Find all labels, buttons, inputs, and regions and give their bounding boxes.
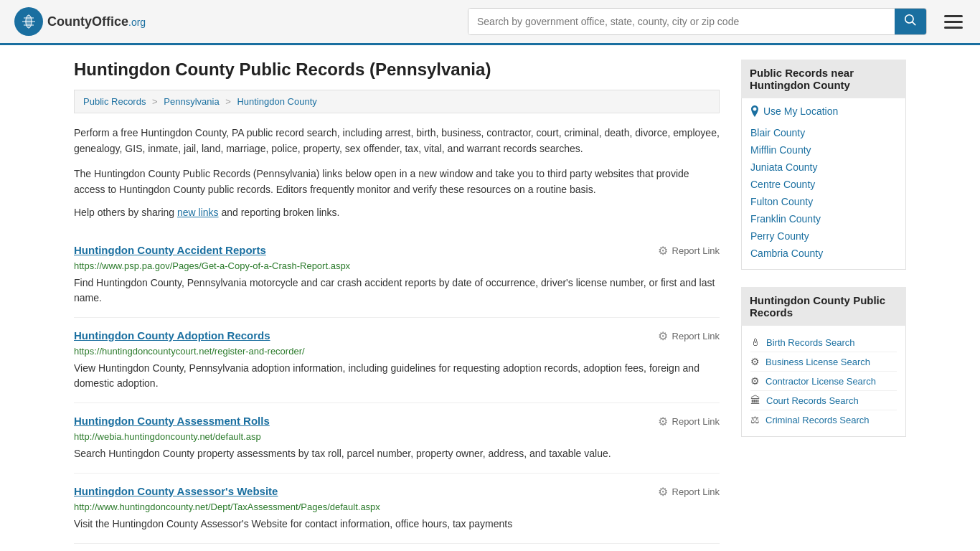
record-link-icon: 🏛 bbox=[750, 395, 760, 406]
logo-text: CountyOffice.org bbox=[47, 14, 146, 29]
main-container: Huntingdon County Public Records (Pennsy… bbox=[60, 45, 920, 551]
nearby-content: Use My Location Blair CountyMifflin Coun… bbox=[741, 98, 906, 270]
report-icon: ⚙ bbox=[658, 485, 668, 499]
record-title[interactable]: Huntingdon County Accident Reports bbox=[74, 244, 266, 256]
new-links-link[interactable]: new links bbox=[177, 207, 219, 218]
county-link[interactable]: Blair County bbox=[750, 127, 805, 138]
record-link[interactable]: Criminal Records Search bbox=[765, 415, 870, 425]
record-desc: Visit the Huntingdon County Assessor's W… bbox=[74, 517, 720, 532]
breadcrumb: Public Records > Pennsylvania > Huntingd… bbox=[74, 90, 720, 113]
records-list: Huntingdon County Accident Reports ⚙ Rep… bbox=[74, 232, 720, 544]
record-item: Huntingdon County Adoption Records ⚙ Rep… bbox=[74, 318, 720, 403]
record-link[interactable]: Contractor License Search bbox=[765, 376, 876, 387]
breadcrumb-pennsylvania[interactable]: Pennsylvania bbox=[164, 96, 219, 107]
report-link-button[interactable]: ⚙ Report Link bbox=[658, 244, 720, 258]
sidebar-county-item: Fulton County bbox=[750, 193, 897, 210]
sidebar-record-item: ⚙ Business License Search bbox=[750, 352, 897, 372]
county-list: Blair CountyMifflin CountyJuniata County… bbox=[750, 124, 897, 262]
sidebar-county-item: Franklin County bbox=[750, 210, 897, 227]
record-link[interactable]: Court Records Search bbox=[766, 395, 859, 406]
logo-icon bbox=[14, 7, 43, 36]
nearby-section: Public Records near Huntingdon County Us… bbox=[741, 60, 906, 270]
nearby-title: Public Records near Huntingdon County bbox=[741, 60, 906, 98]
county-link[interactable]: Juniata County bbox=[750, 161, 817, 173]
report-link-button[interactable]: ⚙ Report Link bbox=[658, 329, 720, 343]
logo-link[interactable]: CountyOffice.org bbox=[14, 7, 146, 36]
records-section: Huntingdon County Public Records 🕯 Birth… bbox=[741, 287, 906, 437]
sidebar-record-item: ⚖ Criminal Records Search bbox=[750, 410, 897, 429]
record-link[interactable]: Birth Records Search bbox=[766, 337, 855, 348]
record-link-icon: 🕯 bbox=[750, 336, 760, 348]
record-title[interactable]: Huntingdon County Assessment Rolls bbox=[74, 415, 270, 427]
record-item: Huntingdon County Assessment Rolls ⚙ Rep… bbox=[74, 403, 720, 474]
report-link-button[interactable]: ⚙ Report Link bbox=[658, 485, 720, 499]
records-links-list: 🕯 Birth Records Search ⚙ Business Licens… bbox=[750, 333, 897, 429]
sidebar-county-item: Blair County bbox=[750, 124, 897, 141]
record-desc: Find Huntingdon County, Pennsylvania mot… bbox=[74, 276, 720, 306]
sidebar-county-item: Centre County bbox=[750, 176, 897, 193]
record-desc: Search Huntingdon County property assess… bbox=[74, 446, 720, 461]
help-text: Help others by sharing new links and rep… bbox=[74, 207, 720, 218]
record-url[interactable]: http://webia.huntingdoncounty.net/defaul… bbox=[74, 431, 720, 442]
report-link-label: Report Link bbox=[672, 486, 720, 497]
record-title[interactable]: Huntingdon County Adoption Records bbox=[74, 329, 270, 342]
page-title: Huntingdon County Public Records (Pennsy… bbox=[74, 60, 720, 80]
description-2: The Huntingdon County Public Records (Pe… bbox=[74, 166, 720, 198]
record-link-icon: ⚙ bbox=[750, 375, 760, 387]
report-icon: ⚙ bbox=[658, 329, 668, 343]
breadcrumb-huntingdon[interactable]: Huntingdon County bbox=[237, 96, 316, 107]
use-my-location-button[interactable]: Use My Location bbox=[750, 105, 838, 117]
sidebar-record-item: ⚙ Contractor License Search bbox=[750, 372, 897, 391]
use-my-location-label: Use My Location bbox=[763, 105, 838, 117]
content-area: Huntingdon County Public Records (Pennsy… bbox=[74, 60, 720, 544]
record-title[interactable]: Huntingdon County Assessor's Website bbox=[74, 485, 278, 497]
sidebar: Public Records near Huntingdon County Us… bbox=[741, 60, 906, 544]
site-header: CountyOffice.org bbox=[0, 0, 980, 45]
sidebar-record-item: 🕯 Birth Records Search bbox=[750, 333, 897, 352]
records-sidebar-content: 🕯 Birth Records Search ⚙ Business Licens… bbox=[741, 326, 906, 437]
record-link[interactable]: Business License Search bbox=[765, 357, 870, 367]
description-1: Perform a free Huntingdon County, PA pub… bbox=[74, 125, 720, 157]
sidebar-county-item: Perry County bbox=[750, 227, 897, 245]
search-form bbox=[468, 8, 927, 35]
sidebar-county-item: Mifflin County bbox=[750, 141, 897, 159]
breadcrumb-public-records[interactable]: Public Records bbox=[83, 96, 146, 107]
county-link[interactable]: Cambria County bbox=[750, 248, 823, 259]
county-link[interactable]: Centre County bbox=[750, 179, 815, 190]
sidebar-county-item: Juniata County bbox=[750, 159, 897, 176]
report-link-label: Report Link bbox=[672, 331, 720, 342]
record-url[interactable]: http://www.huntingdoncounty.net/Dept/Tax… bbox=[74, 501, 720, 512]
sidebar-record-item: 🏛 Court Records Search bbox=[750, 391, 897, 410]
report-icon: ⚙ bbox=[658, 244, 668, 258]
record-url[interactable]: https://www.psp.pa.gov/Pages/Get-a-Copy-… bbox=[74, 260, 720, 271]
county-link[interactable]: Fulton County bbox=[750, 196, 813, 207]
search-button[interactable] bbox=[895, 9, 926, 34]
sidebar-county-item: Cambria County bbox=[750, 245, 897, 262]
breadcrumb-sep2: > bbox=[225, 96, 233, 107]
county-link[interactable]: Mifflin County bbox=[750, 144, 811, 156]
report-icon: ⚙ bbox=[658, 415, 668, 428]
search-input[interactable] bbox=[468, 9, 895, 34]
record-link-icon: ⚙ bbox=[750, 356, 760, 367]
report-link-label: Report Link bbox=[672, 416, 720, 427]
report-link-label: Report Link bbox=[672, 245, 720, 256]
county-link[interactable]: Perry County bbox=[750, 230, 809, 242]
records-sidebar-title: Huntingdon County Public Records bbox=[741, 287, 906, 326]
report-link-button[interactable]: ⚙ Report Link bbox=[658, 415, 720, 428]
county-link[interactable]: Franklin County bbox=[750, 213, 821, 225]
record-link-icon: ⚖ bbox=[750, 414, 760, 425]
record-item: Huntingdon County Accident Reports ⚙ Rep… bbox=[74, 232, 720, 318]
hamburger-menu-button[interactable] bbox=[941, 12, 966, 32]
record-item: Huntingdon County Assessor's Website ⚙ R… bbox=[74, 474, 720, 544]
record-desc: View Huntingdon County, Pennsylvania ado… bbox=[74, 361, 720, 391]
breadcrumb-sep1: > bbox=[152, 96, 160, 107]
record-url[interactable]: https://huntingdoncountycourt.net/regist… bbox=[74, 346, 720, 357]
